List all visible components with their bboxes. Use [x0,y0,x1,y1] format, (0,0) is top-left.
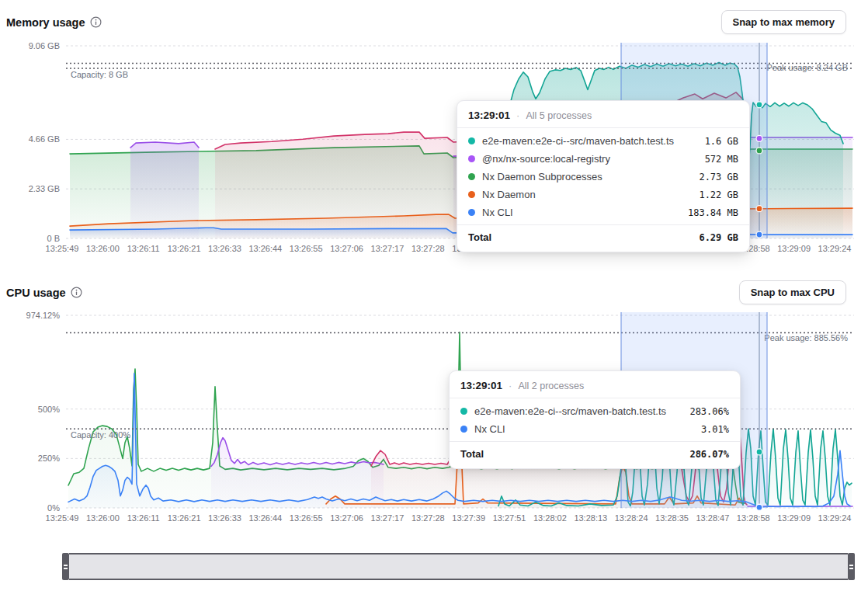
x-tick-label: 13:27:06 [330,244,363,253]
x-tick-label: 13:29:09 [777,513,811,523]
series-color-dot [468,209,475,216]
y-tick-label: 2.33 GB [29,184,60,193]
y-tick-label: 500% [38,405,60,414]
nx-profiler-page: Memory usage Snap to max memory CPU usag… [0,0,868,591]
process-name: e2e-maven:e2e-ci--src/maven-batch.test.t… [474,405,666,417]
tooltip-time: 13:29:01 [468,110,510,121]
hover-dot [756,504,762,510]
memory-usage-title: Memory usage [6,16,85,29]
peak-label: Peak usage: 885.56% [764,333,848,342]
snap-to-max-memory-button[interactable]: Snap to max memory [721,10,847,34]
x-tick-label: 13:27:39 [452,513,485,523]
tooltip-header: 13:29:01 · All 2 processes [450,371,740,398]
tooltip-total-row: Total 6.29 GB [457,224,749,252]
tooltip-total-value: 6.29 GB [699,232,738,243]
x-tick-label: 13:26:44 [248,513,282,523]
x-tick-label: 13:29:24 [818,244,852,253]
x-tick-label: 13:26:21 [168,513,201,523]
series-color-dot [468,173,475,180]
memory-section-header: Memory usage Snap to max memory [6,10,846,34]
x-tick-label: 13:25:49 [46,244,79,253]
y-tick-label: 0% [47,503,60,513]
series-area [211,438,384,508]
tooltip-header: 13:29:01 · All 5 processes [457,101,749,128]
hover-dot [756,148,762,154]
series-color-dot [468,191,475,198]
tooltip-rows: e2e-maven:e2e-ci--src/maven-batch.test.t… [457,128,749,224]
process-name: e2e-maven:e2e-ci--src/maven-batch.test.t… [482,135,674,147]
x-tick-label: 13:26:11 [127,244,160,253]
time-range-brush[interactable] [62,553,855,580]
x-tick-label: 13:26:11 [127,513,160,523]
hover-dot [756,102,762,108]
x-tick-label: 13:26:21 [168,244,201,253]
process-value: 1.6 GB [705,136,738,147]
x-tick-label: 13:29:09 [777,244,811,253]
tooltip-total-value: 286.07% [689,449,729,460]
x-tick-label: 13:28:24 [615,513,648,523]
brush-track[interactable] [69,553,848,580]
peak-label: Peak usage: 8.24 GB [766,63,848,72]
x-tick-label: 13:25:49 [46,513,79,523]
hover-dot [756,449,762,455]
tooltip-total-row: Total 286.07% [450,441,740,468]
series-color-dot [468,137,475,144]
tooltip-time: 13:29:01 [460,380,502,391]
x-tick-label: 13:27:17 [371,513,404,523]
process-name: Nx Daemon [482,189,536,200]
process-value: 2.73 GB [699,172,738,183]
x-tick-label: 13:27:28 [411,513,445,523]
x-tick-label: 13:28:47 [696,513,729,523]
tooltip-row: Nx CLI183.84 MB [468,203,738,221]
x-tick-label: 13:27:51 [493,513,526,523]
x-tick-label: 13:27:06 [330,513,363,523]
series-color-dot [468,155,475,162]
x-tick-label: 13:28:35 [655,513,689,523]
tooltip-total-label: Total [468,231,491,243]
series-color-dot [460,408,467,415]
tooltip-row: Nx CLI3.01% [460,420,729,438]
process-name: @nx/nx-source:local-registry [482,153,610,165]
process-value: 3.01% [701,424,729,435]
tooltip-row: e2e-maven:e2e-ci--src/maven-batch.test.t… [468,132,738,150]
tooltip-subtitle: All 5 processes [526,110,592,121]
tooltip-row: Nx Daemon Subprocesses2.73 GB [468,168,738,186]
x-tick-label: 13:26:00 [86,244,120,253]
tooltip-row: @nx/nx-source:local-registry572 MB [468,150,738,168]
tooltip-separator: · [516,110,519,121]
x-tick-label: 13:26:55 [290,244,323,253]
cpu-usage-title: CPU usage [6,287,66,299]
tooltip-total-label: Total [460,448,484,460]
tooltip-separator: · [509,380,512,391]
y-tick-label: 250% [38,454,60,463]
capacity-label: Capacity: 8 GB [71,70,128,79]
process-value: 572 MB [705,154,738,165]
process-value: 283.06% [689,406,729,417]
process-name: Nx CLI [482,207,513,218]
x-tick-label: 13:28:58 [737,513,770,523]
hover-dot [756,206,762,212]
process-value: 1.22 GB [699,189,738,200]
x-tick-label: 13:28:13 [574,513,607,523]
x-tick-label: 13:26:33 [208,513,241,523]
memory-tooltip: 13:29:01 · All 5 processes e2e-maven:e2e… [457,100,750,252]
y-tick-label: 4.66 GB [29,134,60,144]
process-value: 183.84 MB [688,207,738,218]
capacity-label: Capacity: 400% [71,430,130,440]
tooltip-row: e2e-maven:e2e-ci--src/maven-batch.test.t… [460,402,729,420]
brush-handle-right[interactable] [848,553,855,580]
x-tick-label: 13:26:44 [248,244,282,253]
y-tick-label: 0 B [47,234,60,243]
brush-handle-left[interactable] [62,553,69,580]
info-icon[interactable] [71,287,82,298]
x-tick-label: 13:26:55 [290,513,323,523]
process-name: Nx Daemon Subprocesses [482,171,602,183]
y-tick-label: 9.06 GB [29,41,60,50]
y-tick-label: 974.12% [26,311,61,320]
cpu-section-header: CPU usage Snap to max CPU [6,280,846,304]
x-tick-label: 13:26:00 [86,513,120,523]
info-icon[interactable] [90,16,102,28]
snap-to-max-cpu-button[interactable]: Snap to max CPU [739,280,846,304]
hover-dot [756,135,762,141]
tooltip-row: Nx Daemon1.22 GB [468,186,738,203]
